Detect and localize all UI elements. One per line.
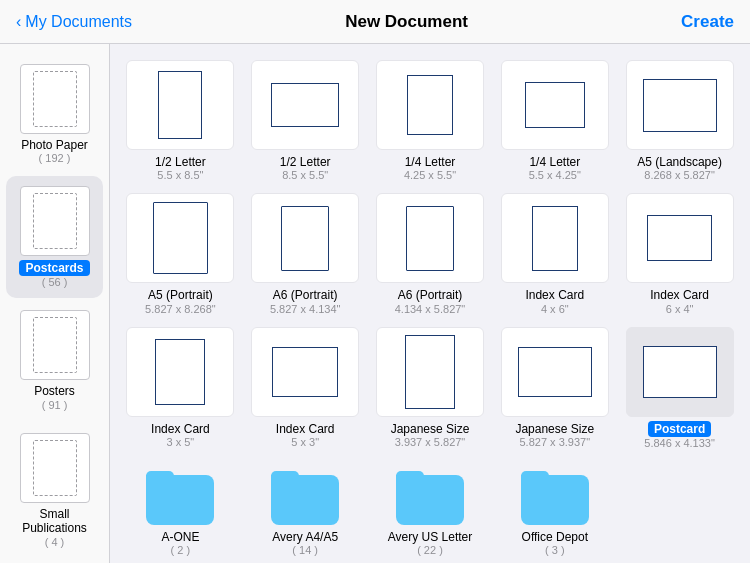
- doc-item-postcard[interactable]: Postcard 5.846 x 4.133": [621, 327, 738, 449]
- doc-label-index-card-3x5: Index Card: [151, 422, 210, 436]
- sidebar-item-postcards[interactable]: Postcards ( 56 ): [6, 176, 103, 298]
- doc-item-quarter-letter-2[interactable]: 1/4 Letter 5.5 x 4.25": [496, 60, 613, 181]
- doc-thumb-japanese-landscape: [501, 327, 609, 417]
- doc-item-quarter-letter-1[interactable]: 1/4 Letter 4.25 x 5.5": [372, 60, 489, 181]
- folder-count-avery-a4: ( 14 ): [292, 544, 318, 556]
- doc-sublabel-japanese-portrait: 3.937 x 5.827": [395, 436, 466, 448]
- sidebar-item-photo-paper[interactable]: Photo Paper ( 192 ): [6, 54, 103, 174]
- folder-count-a-one: ( 2 ): [171, 544, 191, 556]
- folder-label-office-depot: Office Depot: [522, 530, 588, 544]
- doc-label-quarter-letter-1: 1/4 Letter: [405, 155, 456, 169]
- doc-sublabel-index-card-3x5: 3 x 5": [167, 436, 195, 448]
- sidebar-count-postcards: ( 56 ): [42, 276, 68, 288]
- sidebar-count-photo-paper: ( 192 ): [39, 152, 71, 164]
- sidebar-thumb-photo-paper: [20, 64, 90, 134]
- sidebar-label-posters: Posters: [34, 384, 75, 398]
- doc-thumb-index-card-5x3: [251, 327, 359, 417]
- doc-sublabel-quarter-letter-1: 4.25 x 5.5": [404, 169, 456, 181]
- doc-thumb-half-letter-1: [126, 60, 234, 150]
- doc-label-index-card-6x4: Index Card: [650, 288, 709, 302]
- doc-label-japanese-landscape: Japanese Size: [515, 422, 594, 436]
- doc-sublabel-index-card-6x4: 6 x 4": [666, 303, 694, 315]
- back-chevron-icon: ‹: [16, 13, 21, 31]
- doc-label-index-card-5x3: Index Card: [276, 422, 335, 436]
- folder-count-avery-us: ( 22 ): [417, 544, 443, 556]
- doc-sublabel-half-letter-1: 5.5 x 8.5": [157, 169, 203, 181]
- sidebar-thumb-posters: [20, 310, 90, 380]
- folder-item-avery-us[interactable]: Avery US Letter ( 22 ): [372, 461, 489, 556]
- doc-label-half-letter-1: 1/2 Letter: [155, 155, 206, 169]
- doc-sublabel-index-card-5x3: 5 x 3": [291, 436, 319, 448]
- back-label: My Documents: [25, 13, 132, 31]
- doc-item-index-card-6x4[interactable]: Index Card 6 x 4": [621, 193, 738, 314]
- doc-thumb-japanese-portrait: [376, 327, 484, 417]
- doc-item-a5-landscape[interactable]: A5 (Landscape) 8.268 x 5.827": [621, 60, 738, 181]
- main-container: Photo Paper ( 192 ) Postcards ( 56 ) Pos…: [0, 44, 750, 563]
- folder-label-avery-us: Avery US Letter: [388, 530, 472, 544]
- sidebar: Photo Paper ( 192 ) Postcards ( 56 ) Pos…: [0, 44, 110, 563]
- folder-item-office-depot[interactable]: Office Depot ( 3 ): [496, 461, 613, 556]
- doc-label-postcard: Postcard: [648, 421, 711, 437]
- doc-item-japanese-portrait[interactable]: Japanese Size 3.937 x 5.827": [372, 327, 489, 449]
- doc-item-a6-portrait-1[interactable]: A6 (Portrait) 5.827 x 4.134": [247, 193, 364, 314]
- doc-sublabel-postcard: 5.846 x 4.133": [644, 437, 715, 449]
- sidebar-count-small-publications: ( 4 ): [45, 536, 65, 548]
- doc-item-index-card-3x5[interactable]: Index Card 3 x 5": [122, 327, 239, 449]
- doc-sublabel-a5-landscape: 8.268 x 5.827": [644, 169, 715, 181]
- doc-thumb-a6-portrait-2: [376, 193, 484, 283]
- doc-thumb-a5-portrait: [126, 193, 234, 283]
- sidebar-label-small-publications: Small Publications: [14, 507, 95, 536]
- folder-icon-a-one: [146, 471, 214, 525]
- doc-label-quarter-letter-2: 1/4 Letter: [529, 155, 580, 169]
- sidebar-count-posters: ( 91 ): [42, 399, 68, 411]
- doc-label-a5-portrait: A5 (Portrait): [148, 288, 213, 302]
- sidebar-thumb-postcards: [20, 186, 90, 256]
- page-title: New Document: [345, 12, 468, 32]
- doc-thumb-index-card-4x6: [501, 193, 609, 283]
- doc-item-a6-portrait-2[interactable]: A6 (Portrait) 4.134 x 5.827": [372, 193, 489, 314]
- header: ‹ My Documents New Document Create: [0, 0, 750, 44]
- doc-item-index-card-5x3[interactable]: Index Card 5 x 3": [247, 327, 364, 449]
- sidebar-label-photo-paper: Photo Paper: [21, 138, 88, 152]
- doc-label-a5-landscape: A5 (Landscape): [637, 155, 722, 169]
- doc-thumb-postcard: [626, 327, 734, 417]
- doc-sublabel-a6-portrait-2: 4.134 x 5.827": [395, 303, 466, 315]
- folder-icon-avery-us: [396, 471, 464, 525]
- doc-item-japanese-landscape[interactable]: Japanese Size 5.827 x 3.937": [496, 327, 613, 449]
- sidebar-thumb-small-publications: [20, 433, 90, 503]
- doc-thumb-half-letter-2: [251, 60, 359, 150]
- doc-label-japanese-portrait: Japanese Size: [391, 422, 470, 436]
- doc-thumb-index-card-6x4: [626, 193, 734, 283]
- sidebar-label-postcards: Postcards: [19, 260, 89, 276]
- doc-label-index-card-4x6: Index Card: [525, 288, 584, 302]
- doc-label-half-letter-2: 1/2 Letter: [280, 155, 331, 169]
- sidebar-item-small-publications[interactable]: Small Publications ( 4 ): [6, 423, 103, 558]
- folder-item-avery-a4[interactable]: Avery A4/A5 ( 14 ): [247, 461, 364, 556]
- doc-item-index-card-4x6[interactable]: Index Card 4 x 6": [496, 193, 613, 314]
- content-grid: 1/2 Letter 5.5 x 8.5" 1/2 Letter 8.5 x 5…: [110, 44, 750, 563]
- doc-item-half-letter-1[interactable]: 1/2 Letter 5.5 x 8.5": [122, 60, 239, 181]
- doc-sublabel-index-card-4x6: 4 x 6": [541, 303, 569, 315]
- doc-thumb-a5-landscape: [626, 60, 734, 150]
- folder-label-a-one: A-ONE: [161, 530, 199, 544]
- doc-sublabel-quarter-letter-2: 5.5 x 4.25": [529, 169, 581, 181]
- doc-thumb-quarter-letter-2: [501, 60, 609, 150]
- sidebar-item-posters[interactable]: Posters ( 91 ): [6, 300, 103, 420]
- doc-label-a6-portrait-2: A6 (Portrait): [398, 288, 463, 302]
- doc-thumb-index-card-3x5: [126, 327, 234, 417]
- doc-sublabel-half-letter-2: 8.5 x 5.5": [282, 169, 328, 181]
- doc-sublabel-a5-portrait: 5.827 x 8.268": [145, 303, 216, 315]
- doc-sublabel-japanese-landscape: 5.827 x 3.937": [520, 436, 591, 448]
- back-button[interactable]: ‹ My Documents: [16, 13, 132, 31]
- create-button[interactable]: Create: [681, 12, 734, 32]
- folder-item-a-one[interactable]: A-ONE ( 2 ): [122, 461, 239, 556]
- doc-label-a6-portrait-1: A6 (Portrait): [273, 288, 338, 302]
- folder-icon-avery-a4: [271, 471, 339, 525]
- doc-sublabel-a6-portrait-1: 5.827 x 4.134": [270, 303, 341, 315]
- folder-count-office-depot: ( 3 ): [545, 544, 565, 556]
- folder-label-avery-a4: Avery A4/A5: [272, 530, 338, 544]
- doc-item-a5-portrait[interactable]: A5 (Portrait) 5.827 x 8.268": [122, 193, 239, 314]
- doc-item-half-letter-2[interactable]: 1/2 Letter 8.5 x 5.5": [247, 60, 364, 181]
- doc-thumb-quarter-letter-1: [376, 60, 484, 150]
- doc-thumb-a6-portrait-1: [251, 193, 359, 283]
